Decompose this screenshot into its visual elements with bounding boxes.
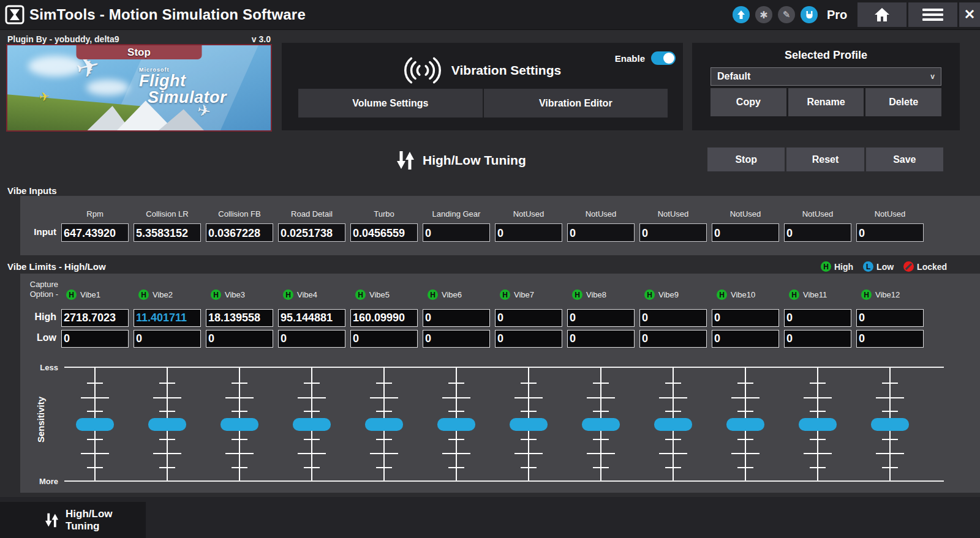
high-capture-icon[interactable]: H [500,290,510,300]
input-value-field[interactable]: 0 [856,223,924,242]
low-limit-field[interactable]: 0 [350,330,418,348]
slider-handle[interactable] [148,418,186,431]
slider-tick [81,453,109,454]
slider-handle[interactable] [221,418,258,431]
high-limit-field[interactable]: 0 [784,309,851,327]
input-value-field[interactable]: 0 [495,223,562,242]
low-limit-field[interactable]: 0 [856,330,924,348]
low-limit-field[interactable]: 0 [639,330,707,348]
slider-tick [737,467,753,468]
slider-handle[interactable] [76,418,114,431]
bottom-bar: High/Low Tuning [0,497,980,538]
save-button[interactable]: Save [866,148,943,171]
input-column-header: NotUsed [495,209,562,219]
low-limit-field[interactable]: 0 [134,330,201,348]
slider-tick [159,467,175,468]
low-limit-field[interactable]: 0 [567,330,635,348]
high-capture-icon[interactable]: H [211,290,221,300]
slider-tick [587,397,615,398]
sensitivity-slider [567,367,635,481]
slider-tick [304,383,320,384]
high-limit-field[interactable]: 11.401711 [134,309,201,327]
slider-tick [737,383,753,384]
input-value-field[interactable]: 647.43920 [61,223,129,242]
low-limit-field[interactable]: 0 [278,330,345,348]
edit-icon[interactable]: ✎ [778,6,795,23]
high-capture-icon[interactable]: H [861,290,872,300]
high-capture-icon[interactable]: H [355,290,366,300]
high-limit-field[interactable]: 0 [567,309,635,327]
slider-handle[interactable] [510,418,548,431]
input-value-field[interactable]: 0.0456559 [350,223,418,242]
slider-handle[interactable] [799,418,837,431]
slider-handle[interactable] [654,418,692,431]
burst-icon[interactable]: ✱ [755,6,772,23]
low-limit-field[interactable]: 0 [712,330,779,348]
high-capture-icon[interactable]: H [138,290,149,300]
high-capture-icon[interactable]: H [283,290,293,300]
high-limit-field[interactable]: 2718.7023 [61,309,129,327]
low-limit-field[interactable]: 0 [423,330,490,348]
low-row-label: Low [20,332,56,343]
input-value-field[interactable]: 0 [639,223,707,242]
vibe-inputs-panel: RpmCollision LRCollision FBRoad DetailTu… [20,196,980,255]
high-limit-field[interactable]: 18.139558 [206,309,273,327]
app-title: SimTools - Motion Simulation Software [29,0,306,29]
high-capture-icon[interactable]: H [717,290,727,300]
copy-button[interactable]: Copy [710,88,786,116]
plugin-stop-button[interactable]: Stop [77,45,202,59]
high-limit-field[interactable]: 160.09990 [350,309,418,327]
input-column-header: Road Detail [278,209,345,219]
volume-settings-button[interactable]: Volume Settings [298,89,484,118]
delete-button[interactable]: Delete [865,88,941,116]
input-value-field[interactable]: 0 [567,223,635,242]
high-limit-field[interactable]: 0 [423,309,490,327]
profile-dropdown[interactable]: Default v [710,67,941,86]
slider-handle[interactable] [437,418,475,431]
high-limit-field[interactable]: 0 [712,309,779,327]
rename-button[interactable]: Rename [788,88,864,116]
low-limit-field[interactable]: 0 [61,330,129,348]
home-button[interactable] [858,2,907,27]
vibration-editor-button[interactable]: Vibration Editor [484,89,668,118]
low-limit-field[interactable]: 0 [495,330,562,348]
input-value-field[interactable]: 0 [423,223,490,242]
enable-toggle[interactable] [651,51,676,65]
slider-handle[interactable] [726,418,764,431]
high-limit-field[interactable]: 0 [856,309,924,327]
vibration-settings-title: Vibration Settings [451,63,561,78]
input-value-field[interactable]: 0 [712,223,779,242]
slider-tick [376,383,392,384]
slider-tick [876,453,904,454]
input-value-field[interactable]: 0 [784,223,851,242]
high-capture-icon[interactable]: H [66,290,77,300]
input-value-field[interactable]: 0.0367228 [206,223,273,242]
high-limit-field[interactable]: 0 [495,309,562,327]
slider-tick [882,467,898,468]
slider-handle[interactable] [293,418,331,431]
update-icon[interactable] [733,6,750,23]
high-capture-icon[interactable]: H [644,290,655,300]
plug-icon[interactable] [801,6,818,23]
input-value-field[interactable]: 0.0251738 [278,223,345,242]
hamburger-icon [922,9,943,21]
high-limit-field[interactable]: 95.144881 [278,309,345,327]
low-limit-field[interactable]: 0 [784,330,851,348]
slider-handle[interactable] [582,418,620,431]
high-capture-icon[interactable]: H [572,290,582,300]
sensitivity-slider [495,367,562,481]
menu-button[interactable] [908,2,957,27]
low-limit-field[interactable]: 0 [206,330,273,348]
stop-button[interactable]: Stop [707,148,785,171]
reset-button[interactable]: Reset [786,148,864,171]
high-capture-icon[interactable]: H [428,290,438,300]
close-button[interactable]: ✕ [959,2,980,27]
tab-high-low-tuning[interactable]: High/Low Tuning [0,502,146,538]
slider-handle[interactable] [871,418,909,431]
high-capture-icon[interactable]: H [789,290,799,300]
slider-tick [665,411,681,412]
high-limit-field[interactable]: 0 [639,309,707,327]
slider-handle[interactable] [365,418,403,431]
slider-tick [659,397,687,398]
input-value-field[interactable]: 5.3583152 [134,223,201,242]
